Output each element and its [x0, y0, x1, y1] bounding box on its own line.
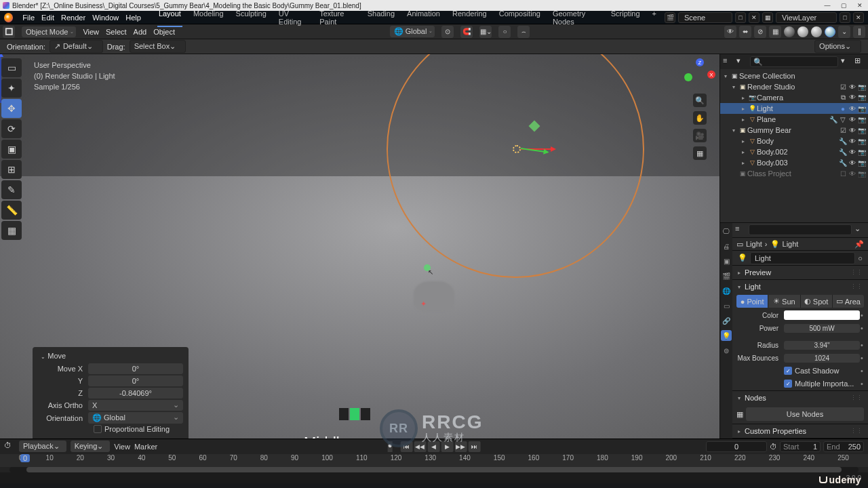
axis-ortho-select[interactable]: X: [88, 400, 183, 411]
view-menu[interactable]: View: [114, 443, 130, 451]
tool-cursor[interactable]: ✦: [1, 79, 22, 98]
keyframe-dot[interactable]: •: [860, 324, 864, 332]
shading-rendered-button[interactable]: [825, 26, 835, 37]
properties-search-input[interactable]: [749, 224, 852, 235]
workspace-add-button[interactable]: +: [651, 8, 658, 27]
marker-menu[interactable]: Marker: [134, 443, 157, 451]
outliner-row-camera[interactable]: ▸📷 Camera ⧉👁📷: [720, 92, 868, 103]
outliner-new-collection-button[interactable]: ⊞: [854, 56, 865, 67]
outliner-row-body002[interactable]: ▸▽ Body.002 🔧👁📷: [720, 146, 868, 157]
workspace-tab-rendering[interactable]: Rendering: [451, 8, 488, 27]
camera-icon[interactable]: 📷: [857, 105, 867, 113]
eye-icon[interactable]: 👁: [848, 148, 857, 156]
3d-viewport[interactable]: User Perspective (0) Render Studio | Lig…: [0, 54, 719, 439]
workspace-tab-compositing[interactable]: Compositing: [498, 8, 542, 27]
tab-object-data-light[interactable]: 💡: [721, 330, 732, 341]
transform-orientation-dropdown[interactable]: 🌐 Global⌄: [390, 26, 435, 37]
light-type-sun[interactable]: ☀Sun: [768, 295, 800, 308]
pause-render-button[interactable]: ‖: [853, 26, 865, 38]
tab-scene[interactable]: 🎬: [721, 270, 732, 281]
checkbox-icon[interactable]: ☑: [838, 127, 848, 134]
shading-options-button[interactable]: ⌄: [838, 26, 850, 38]
workspace-tab-layout[interactable]: Layout: [157, 8, 182, 27]
current-frame-field[interactable]: 0: [706, 441, 767, 452]
properties-editor-type-button[interactable]: ≡: [735, 224, 746, 235]
section-light-toggle[interactable]: ▾Light⋮⋮: [732, 280, 868, 293]
eye-icon[interactable]: 👁: [848, 159, 857, 167]
tab-world[interactable]: 🌐: [721, 285, 732, 296]
orientation-dropdown[interactable]: ↗Default⌄: [50, 40, 103, 53]
workspace-tab-geometry-nodes[interactable]: Geometry Nodes: [551, 8, 600, 27]
tab-constraints[interactable]: 🔗: [721, 315, 732, 326]
proportional-editing-checkbox[interactable]: [94, 425, 102, 433]
properties-options-button[interactable]: ⌄: [854, 224, 865, 235]
eye-icon[interactable]: 👁: [848, 83, 857, 91]
data-browse-button[interactable]: ○: [855, 254, 865, 262]
section-custom-props-toggle[interactable]: ▸Custom Properties⋮⋮: [732, 424, 868, 438]
tool-scale[interactable]: ▣: [1, 140, 22, 159]
jump-end-button[interactable]: ⏭: [468, 441, 480, 452]
light-name-field[interactable]: Light: [750, 252, 855, 264]
start-frame-field[interactable]: Start1: [780, 441, 821, 452]
eye-icon[interactable]: 👁: [848, 105, 857, 113]
menu-render[interactable]: Render: [61, 14, 85, 22]
scrollbar-thumb[interactable]: [26, 467, 842, 472]
tab-viewlayer[interactable]: ▣: [721, 256, 732, 266]
keyframe-dot[interactable]: •: [860, 367, 864, 375]
keyframe-dot[interactable]: •: [860, 341, 864, 349]
workspace-tab-texture-paint[interactable]: Texture Paint: [318, 8, 356, 27]
workspace-tab-animation[interactable]: Animation: [406, 8, 441, 27]
menu-edit[interactable]: Edit: [41, 14, 54, 22]
minimize-button[interactable]: —: [819, 0, 835, 11]
menu-view[interactable]: View: [83, 28, 99, 36]
view-object-types-button[interactable]: 👁: [724, 26, 736, 38]
eye-icon[interactable]: 👁: [848, 116, 857, 123]
outliner-row-class-project[interactable]: ▣ Class Project ☐👁📷: [720, 168, 868, 179]
outliner-row-body[interactable]: ▸▽ Body 🔧👁📷: [720, 136, 868, 146]
menu-object[interactable]: Object: [153, 28, 175, 36]
workspace-tab-shading[interactable]: Shading: [366, 8, 396, 27]
outliner-editor-type-button[interactable]: ≡: [723, 56, 734, 67]
prev-key-button[interactable]: ◀◀: [414, 441, 426, 452]
section-preview-toggle[interactable]: ▸Preview⋮⋮: [732, 266, 868, 279]
multiple-importance-checkbox[interactable]: ✓: [784, 380, 792, 388]
tab-output[interactable]: 🖨: [721, 241, 732, 251]
play-reverse-button[interactable]: ◀: [427, 441, 439, 452]
use-preview-range-toggle[interactable]: ⏱: [770, 443, 777, 451]
shading-matpreview-button[interactable]: [811, 26, 822, 37]
proportional-edit-button[interactable]: ○: [498, 26, 511, 38]
autokey-toggle[interactable]: ●: [388, 441, 393, 452]
workspace-tab-modeling[interactable]: Modeling: [192, 8, 225, 27]
camera-icon[interactable]: 📷: [857, 148, 867, 156]
next-key-button[interactable]: ▶▶: [454, 441, 467, 452]
playback-menu[interactable]: Playback⌄: [19, 441, 66, 452]
tool-add[interactable]: ▦: [1, 221, 22, 240]
scene-name-field[interactable]: Scene: [678, 12, 732, 23]
editor-type-button[interactable]: 🔳: [3, 26, 15, 38]
axis-x-icon[interactable]: X: [707, 70, 715, 79]
play-button[interactable]: ▶: [441, 441, 453, 452]
camera-icon[interactable]: 📷: [857, 116, 867, 123]
tool-options-dropdown[interactable]: Options⌄: [814, 40, 861, 53]
axis-z-icon[interactable]: Z: [696, 58, 704, 66]
mode-dropdown[interactable]: Object Mode⌄: [22, 26, 76, 37]
workspace-tab-sculpting[interactable]: Sculpting: [235, 8, 268, 27]
tab-object[interactable]: ▭: [721, 300, 732, 311]
radius-field[interactable]: 3.94": [784, 341, 860, 350]
camera-icon[interactable]: 📷: [857, 170, 867, 178]
workspace-tab-scripting[interactable]: Scripting: [610, 8, 642, 27]
light-gizmo[interactable]: [513, 145, 521, 153]
viewlayer-new-button[interactable]: □: [840, 12, 850, 23]
outliner-row-light[interactable]: ▸💡 Light ●👁📷: [720, 103, 868, 114]
perspective-toggle-button[interactable]: ▦: [693, 146, 707, 160]
checkbox-icon[interactable]: ☐: [838, 170, 848, 178]
light-type-spot[interactable]: ◐Spot: [801, 295, 833, 308]
tool-measure[interactable]: 📏: [1, 201, 22, 220]
move-y-field[interactable]: 0°: [88, 375, 183, 386]
outliner-display-mode-button[interactable]: ▾: [736, 56, 747, 67]
viewlayer-delete-button[interactable]: ✕: [853, 12, 864, 23]
camera-view-button[interactable]: 🎥: [693, 129, 707, 142]
tool-transform[interactable]: ⊞: [1, 160, 22, 179]
pan-button[interactable]: ✋: [693, 111, 707, 125]
checkbox-icon[interactable]: ☑: [838, 83, 848, 91]
